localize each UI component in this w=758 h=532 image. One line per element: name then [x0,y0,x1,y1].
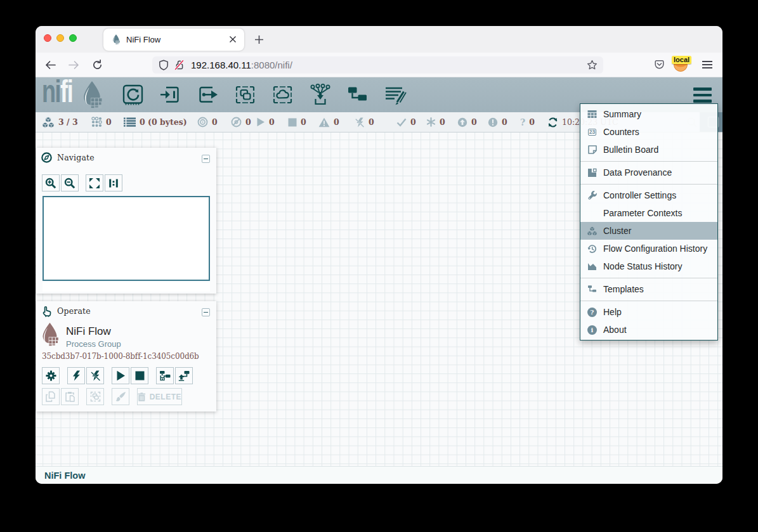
disable-button[interactable] [86,367,104,384]
group-button[interactable] [86,388,104,405]
navigate-collapse-button[interactable] [202,155,210,163]
exclamation-circle-icon [488,117,498,127]
counters-icon: 23 [587,129,598,136]
running-count: 0 [269,117,275,127]
play-icon [256,117,265,127]
shield-icon[interactable] [159,60,169,70]
connected-nodes-count: 3 / 3 [58,117,78,127]
extension-badge[interactable]: local [672,56,691,64]
firefox-menu-button[interactable] [698,55,717,74]
warning-triangle-icon [318,117,330,127]
menu-item-flow-configuration-history[interactable]: Flow Configuration History [580,240,717,257]
refresh-icon[interactable] [547,117,558,127]
upload-template-button[interactable] [175,367,193,384]
zoom-out-button[interactable] [61,174,79,191]
nifi-global-menu-button[interactable] [693,88,712,103]
breadcrumb-root[interactable]: NiFi Flow [44,470,85,481]
menu-label: Summary [603,109,641,119]
menu-label: Controller Settings [603,190,676,200]
forward-button[interactable] [64,55,83,74]
hamburger-bar [693,100,712,103]
disabled-count: 0 [369,117,374,127]
navigation-toolbar: 192.168.40.11:8080/nifi/ local [36,53,722,77]
menu-label: Node Status History [603,261,683,271]
url-bar[interactable]: 192.168.40.11:8080/nifi/ [152,56,603,74]
not-transmitting-count: 0 [245,117,251,127]
minimize-window-button[interactable] [56,34,64,42]
remote-process-group-component-icon[interactable] [271,83,294,107]
cluster-cubes-icon [587,226,598,236]
output-port-component-icon[interactable] [196,83,219,107]
menu-item-templates[interactable]: Templates [580,280,717,298]
back-arrow-icon [45,60,56,70]
zoom-fit-button[interactable] [86,174,103,191]
create-template-button[interactable] [156,367,174,384]
selected-component-name: NiFi Flow [66,325,111,338]
navigate-panel-header: Navigate [36,148,216,167]
locally-modified-count: 0 [440,117,445,127]
pocket-button[interactable] [650,55,669,74]
funnel-component-icon[interactable] [308,83,332,107]
processor-component-icon[interactable] [121,83,145,107]
menu-divider [580,184,717,185]
stop-icon [135,371,145,380]
menu-item-about[interactable]: i About [580,321,717,339]
paste-button[interactable] [61,388,79,405]
start-button[interactable] [112,367,129,384]
menu-item-counters[interactable]: 23 Counters [580,123,717,141]
plus-icon [254,35,264,44]
url-text[interactable]: 192.168.40.11:8080/nifi/ [191,60,587,70]
menu-item-summary[interactable]: Summary [580,105,717,123]
status-connected-nodes: 3 / 3 [42,112,78,132]
queued-list-icon [124,117,136,127]
operate-collapse-button[interactable] [202,308,210,316]
fill-color-button[interactable] [112,388,129,405]
paint-brush-icon [115,391,126,402]
copy-button[interactable] [42,388,60,405]
tab-close-button[interactable] [225,32,240,47]
browser-tab[interactable]: NiFi Flow [103,29,244,51]
template-component-icon[interactable] [346,83,369,107]
stopped-count: 0 [301,117,306,127]
menu-item-data-provenance[interactable]: Data Provenance [580,164,717,181]
status-up-to-date: 0 [396,112,416,132]
menu-label: About [603,325,627,335]
configuration-button[interactable] [42,367,60,384]
maximize-window-button[interactable] [69,34,77,42]
zoom-actual-button[interactable] [105,174,122,191]
menu-item-cluster[interactable]: Cluster [580,222,717,240]
menu-item-parameter-contexts[interactable]: Parameter Contexts [580,204,717,222]
label-component-icon[interactable] [383,83,407,107]
reload-button[interactable] [88,55,107,74]
status-sync-failure: ? 0 [520,112,535,132]
menu-item-help[interactable]: ? Help [580,303,717,321]
menu-item-node-status-history[interactable]: Node Status History [580,257,717,275]
navigate-panel: Navigate [36,148,216,294]
disabled-lightning-icon [90,370,101,381]
enable-button[interactable] [67,367,85,384]
insecure-lock-icon[interactable] [174,60,185,70]
minus-icon [204,312,208,313]
delete-button[interactable]: DELETE [137,388,182,405]
close-window-button[interactable] [44,34,51,42]
status-locally-modified-stale: 0 [488,112,507,132]
menu-item-bulletin-board[interactable]: Bulletin Board [580,141,717,159]
menu-label: Flow Configuration History [603,243,707,254]
delete-button-label: DELETE [150,393,181,401]
menu-label: Templates [603,284,644,294]
bookmark-star-icon[interactable] [587,60,598,70]
threads-dots-icon [91,117,102,127]
input-port-component-icon[interactable] [159,83,182,107]
selected-component-type: Process Group [66,339,121,349]
ban-circle-icon [231,117,242,127]
operate-buttons-row-1 [42,367,193,384]
new-tab-button[interactable] [250,30,268,48]
zoom-in-button[interactable] [42,174,60,191]
process-group-component-icon[interactable] [233,83,257,107]
stop-icon [288,118,297,127]
menu-item-controller-settings[interactable]: Controller Settings [580,186,717,204]
stop-button[interactable] [131,367,148,384]
birdseye-minimap[interactable] [42,196,210,281]
back-button[interactable] [41,55,60,74]
operate-buttons-row-2: DELETE [42,388,182,405]
